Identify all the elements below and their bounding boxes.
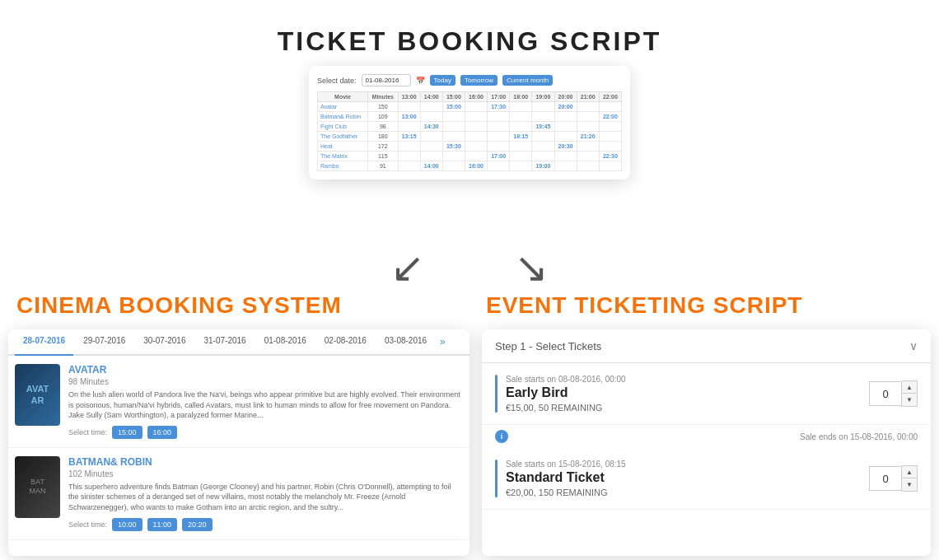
event-panel: Step 1 - Select Tickets ∨ Sale starts on…: [482, 329, 931, 556]
today-btn[interactable]: Today: [430, 75, 455, 86]
ticket-border-early-bird: [495, 375, 498, 413]
movie-item-batman: BATMAN BATMAN& ROBIN 102 Minutes This su…: [8, 448, 470, 540]
ticket-qty-standard[interactable]: ▲ ▼: [869, 460, 918, 497]
date-tab-4[interactable]: 01-08-2016: [256, 329, 315, 356]
movie-item-avatar: AVATAR AVATAR 98 Minutes On the lush ali…: [8, 356, 470, 448]
col-1700: 17:00: [488, 92, 510, 102]
ticket-price-standard: €20,00, 150 REMAINING: [506, 488, 861, 497]
ticket-sale-starts-early-bird: Sale starts on 08-08-2016, 00:00: [506, 375, 861, 384]
event-section-label: EVENT TICKETING SCRIPT: [486, 292, 802, 319]
arrow-left-icon: ↙: [390, 247, 425, 288]
col-2100: 21:00: [577, 92, 599, 102]
movie-poster-batman: BATMAN: [15, 456, 60, 518]
qty-input-early-bird[interactable]: [869, 381, 902, 406]
ticket-qty-early-bird[interactable]: ▲ ▼: [869, 375, 918, 413]
ticket-details-early-bird: Sale starts on 08-08-2016, 00:00 Early B…: [506, 375, 861, 413]
ticket-item-early-bird: Sale starts on 08-08-2016, 00:00 Early B…: [482, 363, 931, 425]
qty-up-standard[interactable]: ▲: [902, 466, 917, 478]
time-btn-avatar-1500[interactable]: 15:00: [112, 426, 142, 439]
col-2200: 22:00: [599, 92, 621, 102]
date-tab-6[interactable]: 03-08-2016: [376, 329, 435, 356]
time-btn-batman-2020[interactable]: 20:20: [182, 518, 213, 531]
col-1800: 18:00: [510, 92, 532, 102]
ticket-sale-starts-standard: Sale starts on 15-08-2016, 08:15: [506, 460, 861, 469]
info-icon: i: [495, 430, 508, 443]
qty-down-early-bird[interactable]: ▼: [902, 394, 917, 406]
ticket-price-early-bird: €15,00, 50 REMAINING: [506, 403, 861, 413]
date-tab-2[interactable]: 30-07-2016: [135, 329, 194, 356]
date-tab-3[interactable]: 31-07-2016: [195, 329, 254, 356]
col-1300: 13:00: [398, 92, 420, 102]
movie-title-batman: BATMAN& ROBIN: [68, 456, 463, 468]
movie-duration-batman: 102 Minutes: [68, 469, 463, 478]
ticket-name-standard: Standard Ticket: [506, 470, 861, 485]
tomorrow-btn[interactable]: Tomorrow: [460, 75, 498, 86]
qty-spinner-standard: ▲ ▼: [902, 465, 918, 492]
col-minutes: Minutes: [368, 92, 398, 102]
select-time-label-batman: Select time:: [68, 520, 107, 529]
cinema-panel: 28-07-2016 29-07-2016 30-07-2016 31-07-2…: [8, 329, 470, 556]
showtimes-table: Movie Minutes 13:00 14:00 15:00 16:00 17…: [317, 91, 622, 171]
time-btn-batman-1100[interactable]: 11:00: [147, 518, 178, 531]
col-1600: 16:00: [465, 92, 487, 102]
movie-desc-batman: This superhero adventure finds Batman (G…: [68, 482, 463, 513]
arrows-container: ↙ ↘: [346, 214, 593, 288]
calendar-icon: 📅: [416, 77, 425, 85]
table-row: Heat 172 15:30 20:30: [318, 142, 622, 152]
date-tab-0[interactable]: 28-07-2016: [15, 329, 73, 356]
page-title: TICKET BOOKING SCRIPT: [0, 0, 939, 57]
arrow-right-icon: ↘: [514, 247, 549, 288]
ticket-name-early-bird: Early Bird: [506, 385, 861, 400]
table-row: Rambo 91 14:00 16:00 19:00: [318, 161, 622, 171]
step-label: Step 1 - Select Tickets: [495, 340, 601, 352]
table-row: Batman& Robin 109 13:00 22:00: [318, 112, 622, 122]
step-header[interactable]: Step 1 - Select Tickets ∨: [482, 329, 931, 363]
qty-spinner-early-bird: ▲ ▼: [902, 380, 918, 407]
col-1400: 14:00: [420, 92, 442, 102]
date-label: Select date:: [317, 77, 357, 85]
col-1500: 15:00: [442, 92, 465, 102]
step-chevron-icon: ∨: [909, 339, 918, 352]
qty-down-standard[interactable]: ▼: [902, 478, 917, 491]
time-btn-avatar-1600[interactable]: 16:00: [147, 426, 178, 439]
movie-duration-avatar: 98 Minutes: [68, 377, 463, 386]
table-row: The Matrix 115 17:00 22:30: [318, 152, 622, 161]
ticket-border-standard: [495, 460, 498, 497]
movie-info-batman: BATMAN& ROBIN 102 Minutes This superhero…: [68, 456, 463, 531]
table-row: Fight Club 98 14:30 19:45: [318, 122, 622, 132]
col-movie: Movie: [318, 92, 368, 102]
date-input[interactable]: [362, 74, 411, 86]
center-preview-card: Select date: 📅 Today Tomorrow Current mo…: [309, 66, 630, 180]
col-1900: 19:00: [532, 92, 554, 102]
sale-ends-label: Sale ends on 15-08-2016, 00:00: [800, 432, 918, 441]
current-month-btn[interactable]: Current month: [502, 75, 553, 86]
ticket-details-standard: Sale starts on 15-08-2016, 08:15 Standar…: [506, 460, 861, 497]
qty-up-early-bird[interactable]: ▲: [902, 381, 917, 394]
table-row: The Godfather 180 13:15 18:15 21:20: [318, 132, 622, 142]
date-tab-5[interactable]: 02-08-2016: [316, 329, 375, 356]
col-2000: 20:00: [554, 92, 577, 102]
more-dates-btn[interactable]: »: [437, 329, 449, 354]
movie-info-avatar: AVATAR 98 Minutes On the lush alien worl…: [68, 364, 463, 439]
date-tabs: 28-07-2016 29-07-2016 30-07-2016 31-07-2…: [8, 329, 470, 356]
time-btn-batman-1000[interactable]: 10:00: [112, 518, 142, 531]
qty-input-standard[interactable]: [869, 466, 902, 491]
ticket-info-row: i Sale ends on 15-08-2016, 00:00: [482, 425, 931, 448]
date-tab-1[interactable]: 29-07-2016: [75, 329, 133, 356]
movie-desc-avatar: On the lush alien world of Pandora live …: [68, 390, 463, 421]
movie-poster-avatar: AVATAR: [15, 364, 60, 426]
ticket-item-standard: Sale starts on 15-08-2016, 08:15 Standar…: [482, 448, 931, 510]
cinema-section-label: CINEMA BOOKING SYSTEM: [16, 292, 342, 319]
select-time-label-avatar: Select time:: [68, 428, 107, 436]
movie-title-avatar: AVATAR: [68, 364, 463, 376]
table-row: Avatar 150 15:00 17:30 20:00: [318, 102, 622, 112]
